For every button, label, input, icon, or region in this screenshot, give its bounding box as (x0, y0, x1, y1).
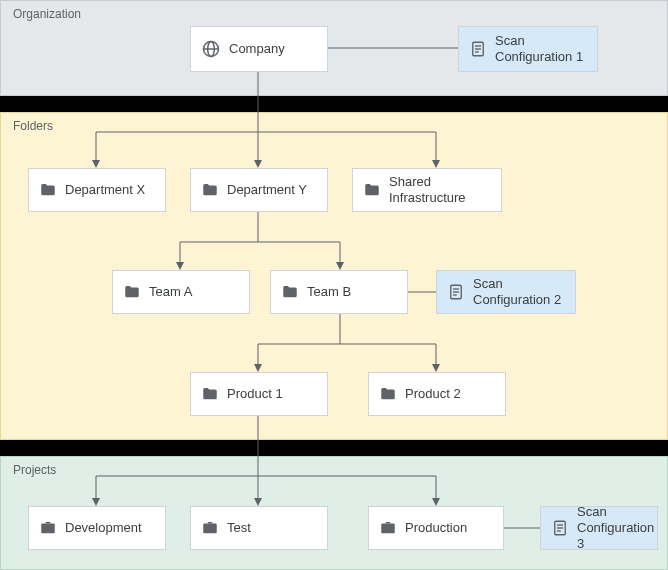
node-production: Production (368, 506, 504, 550)
node-label: Development (65, 520, 155, 536)
svg-rect-43 (203, 524, 217, 534)
briefcase-icon (39, 519, 57, 537)
band-folders-label: Folders (13, 119, 53, 133)
node-label: Product 2 (405, 386, 495, 402)
node-label: Scan Configuration 3 (577, 504, 654, 553)
node-label: Scan Configuration 1 (495, 33, 587, 66)
svg-rect-42 (41, 524, 55, 534)
node-label: Test (227, 520, 317, 536)
node-label: Shared Infrastructure (389, 174, 491, 207)
briefcase-icon (201, 519, 219, 537)
hierarchy-diagram: Organization Folders Projects (0, 0, 668, 570)
folder-icon (201, 385, 219, 403)
document-icon (551, 519, 569, 537)
briefcase-icon (379, 519, 397, 537)
node-scan-config-1: Scan Configuration 1 (458, 26, 598, 72)
band-projects-label: Projects (13, 463, 56, 477)
document-icon (469, 40, 487, 58)
node-team-a: Team A (112, 270, 250, 314)
node-team-b: Team B (270, 270, 408, 314)
svg-rect-44 (381, 524, 395, 534)
node-label: Department Y (227, 182, 317, 198)
node-company: Company (190, 26, 328, 72)
node-label: Department X (65, 182, 155, 198)
folder-icon (379, 385, 397, 403)
folder-icon (201, 181, 219, 199)
node-product-2: Product 2 (368, 372, 506, 416)
node-label: Team B (307, 284, 397, 300)
node-label: Production (405, 520, 493, 536)
node-department-y: Department Y (190, 168, 328, 212)
folder-icon (123, 283, 141, 301)
folder-icon (281, 283, 299, 301)
document-icon (447, 283, 465, 301)
band-divider (0, 96, 668, 112)
node-label: Scan Configuration 2 (473, 276, 565, 309)
node-label: Product 1 (227, 386, 317, 402)
node-development: Development (28, 506, 166, 550)
node-label: Company (229, 41, 317, 57)
node-shared-infrastructure: Shared Infrastructure (352, 168, 502, 212)
globe-icon (201, 39, 221, 59)
folder-icon (363, 181, 381, 199)
node-label: Team A (149, 284, 239, 300)
band-organization-label: Organization (13, 7, 81, 21)
band-divider (0, 440, 668, 456)
node-test: Test (190, 506, 328, 550)
node-scan-config-2: Scan Configuration 2 (436, 270, 576, 314)
node-scan-config-3: Scan Configuration 3 (540, 506, 658, 550)
node-department-x: Department X (28, 168, 166, 212)
folder-icon (39, 181, 57, 199)
node-product-1: Product 1 (190, 372, 328, 416)
